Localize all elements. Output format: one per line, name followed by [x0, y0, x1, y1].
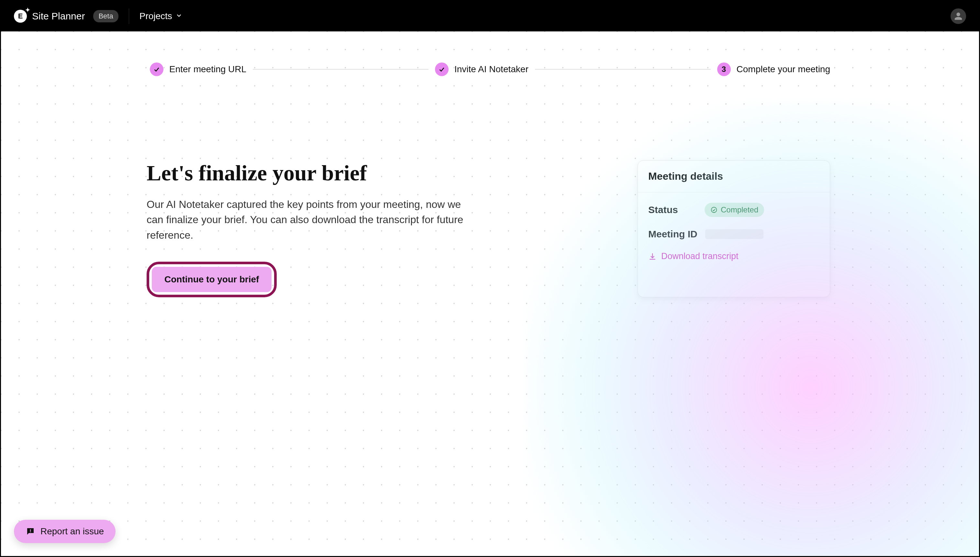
- page-subtext: Our AI Notetaker captured the key points…: [147, 197, 464, 243]
- step-connector: [535, 69, 711, 70]
- step-3: 3 Complete your meeting: [717, 62, 830, 76]
- status-value: Completed: [721, 205, 758, 214]
- status-row: Status Completed: [648, 203, 819, 217]
- step-3-label: Complete your meeting: [737, 64, 830, 75]
- svg-rect-2: [30, 531, 31, 533]
- step-2-badge: [435, 62, 449, 76]
- step-1-badge: [150, 62, 164, 76]
- app-logo-icon: E: [14, 10, 27, 23]
- projects-label: Projects: [140, 11, 172, 21]
- meeting-id-value-redacted: [705, 229, 764, 239]
- meeting-id-row: Meeting ID: [648, 229, 819, 239]
- chat-alert-icon: [26, 526, 35, 536]
- content-row: Let's finalize your brief Our AI Notetak…: [1, 76, 979, 297]
- check-icon: [153, 66, 160, 73]
- projects-dropdown[interactable]: Projects: [140, 11, 183, 21]
- svg-point-0: [711, 207, 717, 213]
- continue-to-brief-button[interactable]: Continue to your brief: [152, 267, 271, 292]
- nav-divider: [129, 8, 129, 24]
- page-canvas: Enter meeting URL Invite AI Notetaker 3 …: [1, 31, 979, 556]
- step-1: Enter meeting URL: [150, 62, 246, 76]
- card-title: Meeting details: [648, 170, 819, 182]
- status-label: Status: [648, 204, 697, 215]
- progress-stepper: Enter meeting URL Invite AI Notetaker 3 …: [1, 31, 979, 76]
- left-column: Let's finalize your brief Our AI Notetak…: [147, 160, 490, 297]
- step-2: Invite AI Notetaker: [435, 62, 529, 76]
- report-issue-button[interactable]: Report an issue: [14, 520, 115, 543]
- step-1-label: Enter meeting URL: [169, 64, 246, 75]
- card-body: Status Completed Meeting ID Download tra…: [638, 192, 830, 272]
- chevron-down-icon: [175, 11, 183, 21]
- top-nav: E Site Planner Beta Projects: [1, 1, 979, 31]
- download-transcript-label: Download transcript: [661, 251, 738, 261]
- beta-badge: Beta: [93, 10, 118, 22]
- check-circle-icon: [711, 206, 717, 213]
- step-connector: [253, 69, 428, 70]
- meeting-id-label: Meeting ID: [648, 229, 698, 239]
- page-heading: Let's finalize your brief: [147, 160, 490, 186]
- card-header: Meeting details: [638, 161, 830, 192]
- logo-wrap: E Site Planner Beta: [14, 10, 118, 23]
- step-2-label: Invite AI Notetaker: [454, 64, 529, 75]
- status-badge: Completed: [704, 203, 764, 217]
- report-issue-label: Report an issue: [41, 526, 104, 537]
- cta-highlight-ring: Continue to your brief: [147, 262, 277, 297]
- check-icon: [438, 66, 445, 73]
- meeting-details-card: Meeting details Status Completed Meeting…: [638, 160, 830, 297]
- download-transcript-link[interactable]: Download transcript: [648, 251, 819, 261]
- app-title: Site Planner: [32, 11, 85, 22]
- download-icon: [648, 252, 657, 261]
- user-avatar[interactable]: [951, 8, 966, 24]
- person-icon: [954, 11, 963, 21]
- svg-rect-1: [30, 529, 31, 531]
- step-3-badge: 3: [717, 62, 731, 76]
